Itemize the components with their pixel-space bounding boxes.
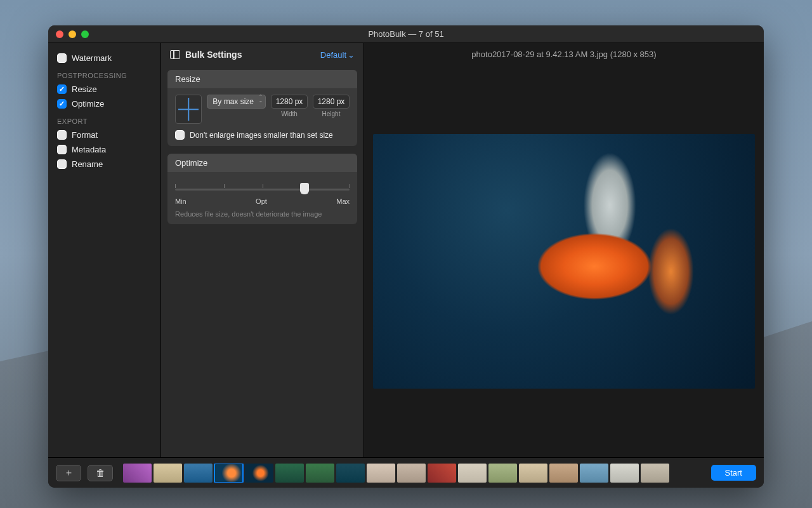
sidebar-section-export: EXPORT [48, 111, 160, 128]
slider-min-label: Min [175, 197, 187, 205]
optimize-slider[interactable] [175, 182, 350, 195]
add-button[interactable]: ＋ [56, 465, 81, 481]
settings-header: Bulk Settings Default ⌄ [161, 43, 363, 66]
dont-enlarge-option[interactable]: Don't enlarge images smaller than set si… [175, 130, 350, 140]
thumbnail[interactable] [154, 464, 182, 483]
sidebar-item-resize[interactable]: Resize [48, 82, 160, 97]
delete-button[interactable]: 🗑 [88, 465, 113, 481]
thumbnail[interactable] [641, 464, 669, 483]
sidebar-section-postprocessing: POSTPROCESSING [48, 65, 160, 82]
width-input[interactable]: 1280 px [271, 95, 308, 109]
thumbnail[interactable] [245, 464, 273, 483]
resize-mode-select[interactable]: By max size [207, 95, 266, 109]
checkbox-icon[interactable] [175, 130, 185, 140]
preview-filename: photo2017-08-29 at 9.42.13 AM 3.jpg (128… [364, 43, 764, 65]
content-area: Watermark POSTPROCESSING Resize Optimize… [48, 43, 764, 457]
checkbox-icon[interactable] [57, 84, 67, 94]
app-window: PhotoBulk — 7 of 51 Watermark POSTPROCES… [48, 25, 764, 488]
sidebar-item-rename[interactable]: Rename [48, 157, 160, 171]
thumbnail[interactable] [275, 464, 304, 483]
sidebar-item-metadata[interactable]: Metadata [48, 142, 160, 157]
start-button[interactable]: Start [711, 465, 756, 481]
sidebar-item-watermark[interactable]: Watermark [48, 51, 160, 65]
preview-column: photo2017-08-29 at 9.42.13 AM 3.jpg (128… [364, 43, 764, 457]
dont-enlarge-label: Don't enlarge images smaller than set si… [190, 131, 333, 140]
checkbox-icon[interactable] [57, 53, 67, 63]
sidebar-item-optimize[interactable]: Optimize [48, 97, 160, 111]
plus-icon: ＋ [64, 467, 74, 479]
checkbox-icon[interactable] [57, 130, 67, 140]
footer-bar: ＋ 🗑 Start [48, 457, 764, 488]
checkbox-icon[interactable] [57, 159, 67, 169]
sidebar-label: Metadata [72, 145, 106, 154]
close-icon[interactable] [56, 30, 63, 38]
height-input[interactable]: 1280 px [313, 95, 350, 109]
thumbnail[interactable] [519, 464, 547, 483]
sidebar-label: Rename [72, 159, 103, 169]
titlebar: PhotoBulk — 7 of 51 [48, 25, 764, 43]
settings-title: Bulk Settings [185, 50, 242, 60]
thumbnail[interactable] [549, 464, 578, 483]
checkbox-icon[interactable] [57, 99, 67, 109]
thumbnail[interactable] [397, 464, 426, 483]
thumbnail[interactable] [580, 464, 608, 483]
slider-max-label: Max [336, 197, 350, 205]
thumbnail[interactable] [488, 464, 517, 483]
thumbnail[interactable] [306, 464, 334, 483]
settings-column: Bulk Settings Default ⌄ Resize By max si… [161, 43, 364, 457]
panel-layout-icon [170, 50, 180, 59]
optimize-hint: Reduces file size, doesn't deteriorate t… [175, 210, 350, 218]
checkbox-icon[interactable] [57, 145, 67, 154]
thumbnail[interactable] [184, 464, 213, 483]
thumbnail-strip [123, 464, 705, 483]
thumbnail[interactable] [214, 464, 243, 483]
sidebar-label: Optimize [72, 99, 104, 109]
thumbnail[interactable] [367, 464, 395, 483]
sidebar-label: Watermark [72, 53, 112, 63]
card-title: Optimize [167, 154, 357, 172]
traffic-lights [56, 30, 89, 38]
sidebar-item-format[interactable]: Format [48, 128, 160, 142]
preset-dropdown[interactable]: Default ⌄ [320, 50, 355, 60]
thumbnail[interactable] [610, 464, 639, 483]
thumbnail[interactable] [458, 464, 487, 483]
sidebar-label: Format [72, 130, 98, 140]
slider-track [175, 189, 350, 190]
thumbnail[interactable] [428, 464, 456, 483]
preset-label: Default [320, 50, 346, 60]
window-title: PhotoBulk — 7 of 51 [48, 29, 764, 39]
sidebar-label: Resize [72, 84, 97, 94]
resize-card: Resize By max size 1280 px Width 1280 px… [167, 70, 357, 146]
optimize-card: Optimize Min Opt Max Re [167, 154, 357, 224]
slider-opt-label: Opt [256, 197, 267, 205]
thumbnail[interactable] [336, 464, 365, 483]
height-label: Height [322, 110, 341, 117]
preview-image [373, 134, 755, 389]
sidebar: Watermark POSTPROCESSING Resize Optimize… [48, 43, 161, 457]
minimize-icon[interactable] [69, 30, 76, 38]
resize-dimensions-icon[interactable] [175, 95, 202, 124]
chevron-down-icon: ⌄ [348, 50, 355, 60]
trash-icon: 🗑 [96, 467, 105, 478]
width-label: Width [281, 110, 298, 117]
preview-area [364, 65, 764, 457]
card-title: Resize [167, 70, 357, 88]
thumbnail[interactable] [123, 464, 152, 483]
zoom-icon[interactable] [81, 30, 89, 38]
slider-thumb[interactable] [300, 183, 309, 194]
